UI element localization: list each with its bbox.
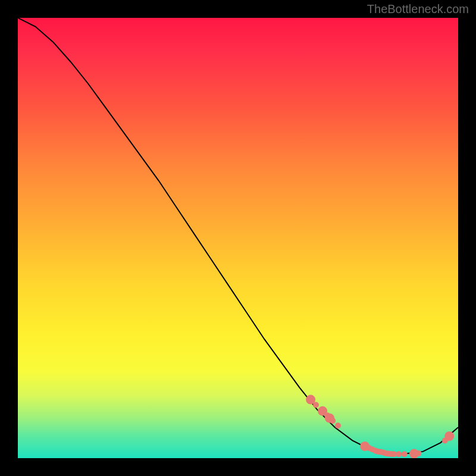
data-point (415, 450, 421, 456)
curve-line (18, 18, 458, 454)
data-points (306, 395, 454, 458)
data-point (444, 431, 454, 441)
chart-svg (18, 18, 458, 458)
data-point (313, 402, 319, 408)
data-point (402, 451, 408, 457)
data-point (335, 422, 341, 428)
watermark-text: TheBottleneck.com (367, 2, 469, 16)
plot-area (18, 18, 458, 458)
data-point (396, 451, 402, 457)
data-point (330, 418, 336, 424)
